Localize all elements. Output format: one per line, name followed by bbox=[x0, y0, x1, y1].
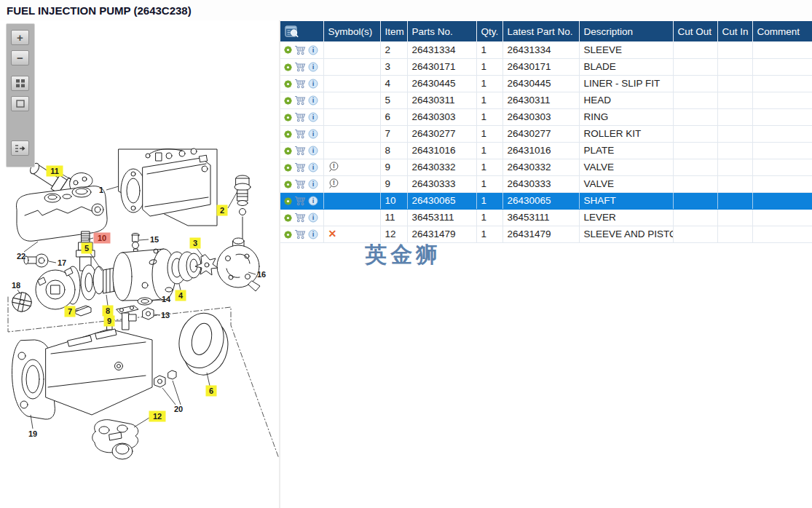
watermark: 英金狮 bbox=[365, 240, 441, 270]
gear-icon[interactable] bbox=[283, 146, 293, 156]
cell-qty: 1 bbox=[476, 209, 502, 226]
cell-latest_part_no: 26431479 bbox=[502, 226, 579, 242]
gear-icon[interactable] bbox=[283, 45, 293, 55]
toggle-parts-panel-button[interactable] bbox=[11, 140, 29, 156]
tile-view-button[interactable] bbox=[11, 76, 29, 91]
cell-qty: 1 bbox=[476, 175, 502, 192]
table-row-item-9[interactable]: i!926430332126430332VALVE bbox=[280, 159, 812, 175]
full-view-button[interactable] bbox=[11, 96, 29, 111]
callout-12[interactable]: 12 bbox=[134, 411, 166, 428]
callout-20: 20 bbox=[162, 381, 183, 413]
cell-actions: i bbox=[280, 41, 323, 58]
info-icon[interactable]: i bbox=[308, 112, 318, 122]
svg-text:10: 10 bbox=[98, 234, 106, 242]
info-icon[interactable]: i bbox=[308, 162, 318, 172]
callout-4[interactable]: 4 bbox=[176, 284, 186, 301]
cart-icon[interactable] bbox=[294, 213, 307, 223]
cell-item: 10 bbox=[380, 192, 407, 209]
info-icon[interactable]: i bbox=[308, 129, 318, 139]
gear-icon[interactable] bbox=[283, 163, 293, 172]
callout-10[interactable]: 10 bbox=[88, 233, 111, 244]
svg-text:6: 6 bbox=[209, 386, 213, 395]
cell-description: ROLLER KIT bbox=[579, 125, 673, 142]
svg-text:17: 17 bbox=[58, 258, 66, 267]
table-row-item-9[interactable]: i!926430333126430333VALVE bbox=[280, 175, 812, 192]
gear-icon[interactable] bbox=[283, 63, 293, 72]
cell-symbols: ✕ bbox=[323, 226, 380, 242]
diagram-toolbar: +− bbox=[6, 23, 35, 167]
cart-icon[interactable] bbox=[294, 79, 307, 89]
info-icon[interactable]: i bbox=[308, 95, 318, 106]
info-icon[interactable]: i bbox=[308, 213, 318, 223]
info-icon[interactable]: i bbox=[308, 196, 318, 206]
cart-icon[interactable] bbox=[294, 62, 307, 72]
callout-2[interactable]: 2 bbox=[217, 191, 238, 216]
table-row-item-4[interactable]: i426430445126430445LINER - SLIP FIT bbox=[280, 75, 812, 92]
gear-icon[interactable] bbox=[283, 197, 293, 206]
cell-symbols bbox=[323, 192, 380, 209]
gear-icon[interactable] bbox=[283, 113, 293, 122]
table-row-item-6[interactable]: i626430303126430303RING bbox=[280, 108, 812, 125]
cell-comment bbox=[752, 209, 812, 226]
cart-icon[interactable] bbox=[294, 129, 307, 139]
gear-icon[interactable] bbox=[283, 213, 293, 223]
superseded-x-icon: ✕ bbox=[328, 228, 337, 239]
table-row-item-12[interactable]: i✕1226431479126431479SLEEVE AND PISTON bbox=[280, 226, 812, 242]
table-header-row: Symbol(s)ItemParts No.Qty.Latest Part No… bbox=[280, 21, 812, 41]
cell-description: VALVE bbox=[579, 159, 673, 175]
cell-description: SLEEVE AND PISTON bbox=[579, 226, 673, 242]
cell-actions: i bbox=[280, 58, 323, 75]
svg-text:i: i bbox=[312, 146, 315, 154]
col-header-cut_out: Cut Out bbox=[673, 21, 717, 41]
info-icon[interactable]: i bbox=[308, 62, 318, 72]
exploded-parts-diagram: 123456789101112131415161718192022 bbox=[0, 20, 279, 508]
cart-icon[interactable] bbox=[294, 112, 307, 122]
table-row-item-11[interactable]: i1136453111136453111LEVER bbox=[280, 209, 812, 226]
info-icon[interactable]: i bbox=[308, 229, 318, 239]
svg-text:i: i bbox=[312, 130, 315, 138]
callout-6[interactable]: 6 bbox=[206, 373, 217, 397]
callout-8[interactable]: 8 bbox=[103, 295, 114, 317]
table-row-item-7[interactable]: i726430277126430277ROLLER KIT bbox=[280, 125, 812, 142]
cell-latest_part_no: 26431016 bbox=[502, 142, 579, 159]
gear-icon[interactable] bbox=[283, 96, 293, 106]
cart-icon[interactable] bbox=[294, 95, 307, 106]
gear-icon[interactable] bbox=[283, 230, 293, 239]
table-row-item-10[interactable]: i1026430065126430065SHAFT bbox=[280, 192, 812, 209]
svg-text:1: 1 bbox=[99, 186, 103, 194]
zoom-in-button[interactable]: + bbox=[11, 30, 29, 45]
info-icon[interactable]: i bbox=[308, 179, 318, 189]
cart-icon[interactable] bbox=[294, 146, 307, 156]
col-header-label: Qty. bbox=[481, 26, 499, 37]
cell-comment bbox=[752, 75, 812, 92]
cell-cut_out bbox=[673, 75, 717, 92]
cell-cut_out bbox=[673, 125, 717, 142]
gear-icon[interactable] bbox=[283, 79, 293, 89]
cart-icon[interactable] bbox=[294, 162, 307, 172]
cart-icon[interactable] bbox=[294, 229, 307, 239]
cart-icon[interactable] bbox=[294, 196, 307, 206]
cell-cut_out bbox=[673, 209, 717, 226]
gear-icon[interactable] bbox=[283, 130, 293, 139]
gear-icon[interactable] bbox=[283, 180, 293, 189]
svg-text:15: 15 bbox=[150, 235, 159, 244]
cell-item: 3 bbox=[380, 58, 407, 75]
callout-9[interactable]: 9 bbox=[104, 316, 122, 327]
table-row-item-8[interactable]: i826431016126431016PLATE bbox=[280, 142, 812, 159]
table-row-item-5[interactable]: i526430311126430311HEAD bbox=[280, 92, 812, 108]
cell-item: 9 bbox=[380, 159, 407, 175]
col-header-label: Cut In bbox=[722, 26, 749, 37]
cell-cut_in bbox=[717, 41, 752, 58]
info-icon[interactable]: i bbox=[308, 146, 318, 156]
table-row-item-2[interactable]: i226431334126431334SLEEVE bbox=[280, 41, 812, 58]
info-icon[interactable]: i bbox=[308, 45, 318, 55]
table-row-item-3[interactable]: i326430171126430171BLADE bbox=[280, 58, 812, 75]
cell-description: SLEEVE bbox=[579, 41, 673, 58]
cell-cut_in bbox=[717, 192, 752, 209]
cart-icon[interactable] bbox=[294, 179, 307, 189]
zoom-out-button[interactable]: − bbox=[11, 50, 29, 66]
cell-qty: 1 bbox=[476, 75, 502, 92]
cell-symbols bbox=[323, 92, 380, 108]
info-icon[interactable]: i bbox=[308, 79, 318, 89]
cart-icon[interactable] bbox=[294, 45, 307, 55]
